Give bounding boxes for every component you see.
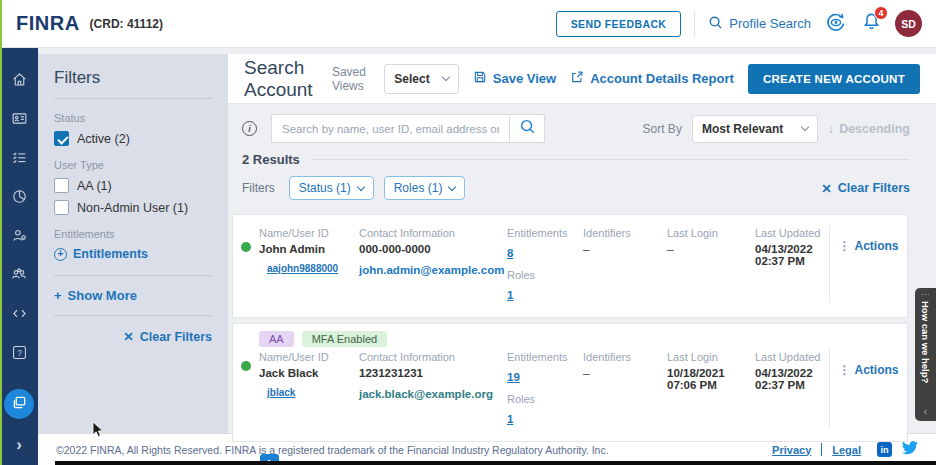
entitlements-count-link[interactable]: 8: [507, 247, 513, 259]
code-icon[interactable]: [8, 302, 30, 324]
active-filters-row: Filters Status (1) Roles (1) ✕ Clear Fil…: [228, 167, 936, 204]
crd-number: (CRD: 41112): [90, 17, 163, 31]
column-header-identifiers: Identifiers: [583, 227, 667, 239]
help-icon[interactable]: ?: [8, 341, 30, 363]
column-header-last-login: Last Login: [667, 227, 755, 239]
sort-select[interactable]: Most Relevant: [692, 115, 818, 143]
results-count: 2 Results: [242, 152, 300, 167]
filter-option-label: AA (1): [77, 179, 112, 193]
phone-number: 1231231231: [359, 367, 507, 379]
mfa-enabled-badge: MFA Enabled: [302, 331, 387, 347]
save-view-label: Save View: [493, 71, 556, 86]
user-avatar[interactable]: SD: [895, 10, 922, 37]
contact-card-icon[interactable]: [8, 107, 30, 129]
user-group-icon[interactable]: [8, 263, 30, 285]
row-actions-button[interactable]: ⋮ Actions: [829, 349, 907, 427]
table-row: Name/User ID John Admin aajohn9888000 Co…: [232, 214, 908, 318]
descending-toggle[interactable]: ↓ Descending: [828, 122, 910, 136]
phone-number: 000-000-0000: [359, 243, 507, 255]
user-id-link[interactable]: aajohn9888000: [267, 263, 338, 274]
sidebar-clear-filters-link[interactable]: ✕ Clear Filters: [54, 329, 212, 344]
filter-usertype-aa[interactable]: AA (1): [54, 178, 212, 193]
entitlements-link[interactable]: + Entitlements: [54, 247, 212, 261]
task-list-icon[interactable]: [8, 146, 30, 168]
page-header: Search Account Saved Views Select Save V…: [228, 54, 936, 104]
column-header-identifiers: Identifiers: [583, 351, 667, 363]
chevron-down-icon: [801, 123, 809, 131]
user-settings-icon[interactable]: [8, 224, 30, 246]
notifications-button[interactable]: 4: [861, 11, 882, 37]
left-accent-line: [0, 0, 2, 465]
column-header-last-updated: Last Updated: [755, 227, 829, 239]
checkbox-icon[interactable]: [54, 200, 69, 215]
account-details-report-link[interactable]: Account Details Report: [570, 70, 734, 87]
help-widget-tab[interactable]: ⋯ How can we help? ‹: [915, 288, 936, 421]
external-link-icon: [570, 70, 584, 87]
email-link[interactable]: jack.black@example.org: [359, 388, 507, 400]
home-icon[interactable]: [8, 68, 30, 90]
row-badges: AA MFA Enabled: [233, 324, 907, 347]
last-updated-time: 02:37 PM: [755, 255, 829, 267]
checkbox-icon[interactable]: [54, 178, 69, 193]
top-bar: FINRA (CRD: 41112) SEND FEEDBACK Profile…: [0, 0, 936, 48]
show-more-link[interactable]: + Show More: [54, 288, 212, 303]
profile-search-link[interactable]: Profile Search: [708, 15, 811, 33]
identifiers-value: –: [583, 243, 667, 257]
user-name: John Admin: [259, 243, 359, 255]
saved-views-value: Select: [394, 72, 429, 86]
clear-filters-label: Clear Filters: [140, 330, 212, 344]
last-login-value: –: [667, 243, 755, 257]
bell-icon: [861, 19, 882, 36]
create-new-account-button[interactable]: CREATE NEW ACCOUNT: [748, 64, 920, 94]
entitlements-section-label: Entitlements: [54, 228, 212, 240]
roles-filter-chip[interactable]: Roles (1): [384, 176, 466, 200]
search-input[interactable]: [271, 114, 509, 143]
column-header-last-updated: Last Updated: [755, 351, 829, 363]
chip-label: Roles (1): [394, 181, 443, 195]
roles-count-link[interactable]: 1: [507, 413, 513, 425]
chip-label: Status (1): [299, 181, 351, 195]
clear-x-icon: ✕: [821, 181, 831, 196]
email-link[interactable]: john.admin@example.com: [359, 264, 507, 276]
saved-views-select[interactable]: Select: [384, 64, 458, 94]
save-view-link[interactable]: Save View: [473, 70, 556, 87]
windows-icon: [12, 395, 27, 414]
last-updated-date: 04/13/2022: [755, 243, 829, 255]
bottom-window-edge: [55, 461, 936, 465]
filter-status-active[interactable]: Active (2): [54, 131, 212, 146]
column-header-roles: Roles: [507, 393, 583, 405]
active-status-dot: [241, 361, 251, 371]
account-details-report-label: Account Details Report: [590, 71, 734, 86]
filter-option-label: Non-Admin User (1): [77, 201, 188, 215]
checkbox-checked-icon[interactable]: [54, 131, 69, 146]
info-icon[interactable]: i: [242, 121, 257, 136]
last-login-date: 10/18/2021: [667, 367, 755, 379]
filters-row-label: Filters: [242, 181, 275, 195]
column-header-entitlements: Entitlements: [507, 351, 583, 363]
column-header-entitlements: Entitlements: [507, 227, 583, 239]
row-actions-button[interactable]: ⋮ Actions: [829, 225, 907, 303]
column-header-roles: Roles: [507, 269, 583, 281]
actions-label: Actions: [854, 363, 898, 377]
history-view-icon[interactable]: [824, 10, 848, 38]
send-feedback-button[interactable]: SEND FEEDBACK: [556, 11, 682, 37]
clear-filters-link[interactable]: ✕ Clear Filters: [821, 181, 910, 196]
pie-chart-icon[interactable]: [8, 185, 30, 207]
chevron-down-icon: [356, 182, 364, 190]
filter-usertype-nonadmin[interactable]: Non-Admin User (1): [54, 200, 212, 215]
windows-switcher-button[interactable]: [4, 389, 34, 419]
chevron-down-icon: [448, 182, 456, 190]
status-filter-chip[interactable]: Status (1): [289, 176, 374, 200]
search-icon: [519, 118, 536, 139]
results-summary: 2 Results: [228, 149, 936, 167]
down-arrow-icon: ↓: [828, 122, 834, 136]
app-window: FINRA (CRD: 41112) SEND FEEDBACK Profile…: [0, 0, 936, 465]
left-nav-rail: ? ›: [0, 48, 38, 465]
notification-badge: 4: [874, 6, 888, 20]
user-id-link[interactable]: jblack: [267, 387, 295, 398]
roles-count-link[interactable]: 1: [507, 289, 513, 301]
rail-expand-chevron[interactable]: ›: [16, 435, 22, 455]
entitlements-count-link[interactable]: 19: [507, 371, 520, 383]
search-button[interactable]: [509, 114, 545, 143]
last-updated-time: 02:37 PM: [755, 379, 829, 391]
